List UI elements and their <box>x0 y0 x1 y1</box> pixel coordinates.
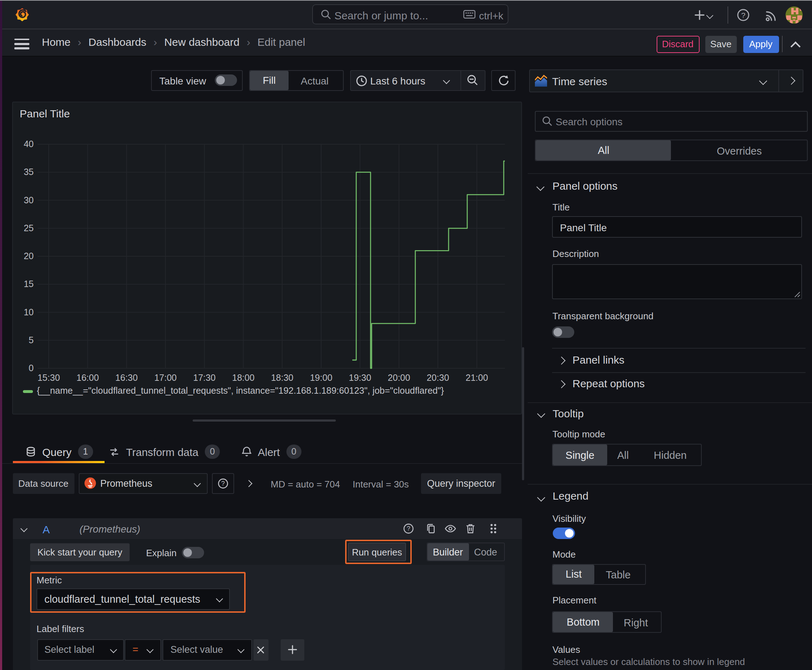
svg-text:17:30: 17:30 <box>193 372 215 382</box>
svg-text:16:00: 16:00 <box>76 372 99 382</box>
svg-text:?: ? <box>407 525 410 532</box>
svg-text:18:00: 18:00 <box>232 372 254 382</box>
svg-text:18:30: 18:30 <box>271 372 293 382</box>
svg-text:21:00: 21:00 <box>465 372 488 382</box>
svg-text:40: 40 <box>23 139 33 149</box>
svg-text:20:00: 20:00 <box>387 372 410 382</box>
svg-text:?: ? <box>741 11 746 19</box>
svg-text:20: 20 <box>23 250 33 261</box>
svg-text:19:30: 19:30 <box>348 372 371 382</box>
svg-text:?: ? <box>221 480 224 487</box>
svg-text:17:00: 17:00 <box>154 372 176 382</box>
svg-text:15: 15 <box>23 278 33 288</box>
svg-text:10: 10 <box>23 307 33 317</box>
svg-text:16:30: 16:30 <box>115 372 137 382</box>
svg-text:20:30: 20:30 <box>426 372 449 382</box>
svg-text:19:00: 19:00 <box>310 372 332 382</box>
svg-text:5: 5 <box>28 335 33 345</box>
svg-text:35: 35 <box>23 166 33 176</box>
svg-text:30: 30 <box>23 195 33 205</box>
svg-text:0: 0 <box>28 362 33 372</box>
svg-text:15:30: 15:30 <box>37 372 60 382</box>
svg-text:25: 25 <box>23 223 33 233</box>
